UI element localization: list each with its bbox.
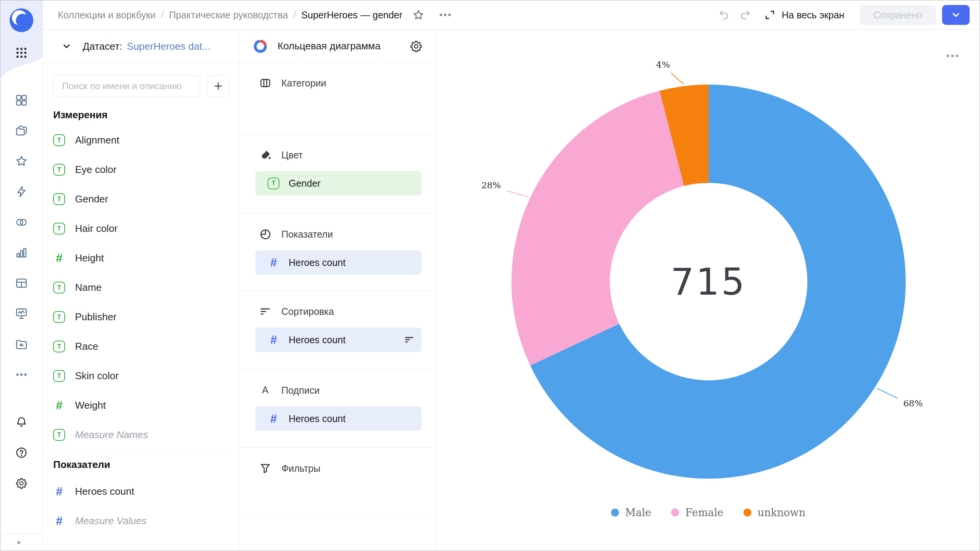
measure-field-chip[interactable]: # Heroes count xyxy=(255,250,421,275)
sort-direction-icon[interactable] xyxy=(404,334,415,345)
quick-actions-icon[interactable] xyxy=(13,183,30,200)
legend-item-female[interactable]: Female xyxy=(671,507,724,518)
field-row-name[interactable]: TName xyxy=(53,273,229,302)
donut-label-leader-line xyxy=(671,73,684,84)
app-window: Коллекции и воркбуки / Практические руко… xyxy=(0,0,980,551)
text-field-type-icon: T xyxy=(53,134,65,146)
help-icon xyxy=(15,446,28,459)
dashboards-icon[interactable] xyxy=(13,305,30,322)
number-field-type-icon: # xyxy=(268,413,279,425)
undo-icon[interactable] xyxy=(718,9,730,21)
breadcrumb-guides[interactable]: Практические руководства xyxy=(169,10,288,21)
field-label: Race xyxy=(75,341,98,352)
more-menu-icon[interactable] xyxy=(438,8,452,22)
legend-dot-female xyxy=(671,509,679,517)
legend-dot-unknown xyxy=(743,509,751,517)
text-field-type-icon: T xyxy=(53,282,65,293)
field-row-heroes-count[interactable]: #Heroes count xyxy=(53,477,229,506)
number-field-type-icon: # xyxy=(53,399,65,411)
chart-legend: MaleFemaleunknown xyxy=(437,502,980,523)
favorites-icon[interactable] xyxy=(13,153,30,170)
field-row-hair-color[interactable]: THair color xyxy=(53,214,229,243)
datasets-icon[interactable] xyxy=(13,275,30,292)
fullscreen-icon[interactable] xyxy=(764,9,776,21)
favorite-star-icon[interactable] xyxy=(412,9,425,21)
legend-label: Female xyxy=(685,507,724,518)
donut-chart: 68%28%4% 715 xyxy=(437,30,980,497)
text-field-type-icon: T xyxy=(53,429,65,441)
connections-icon[interactable] xyxy=(13,214,30,231)
storage-icon[interactable] xyxy=(13,336,30,352)
breadcrumb-collections[interactable]: Коллекции и воркбуки xyxy=(58,10,156,21)
fullscreen-label[interactable]: На весь экран xyxy=(782,10,844,21)
field-row-eye-color[interactable]: TEye color xyxy=(53,155,229,184)
redo-icon[interactable] xyxy=(739,9,751,21)
datalens-logo-icon[interactable] xyxy=(9,8,34,33)
chevron-down-icon xyxy=(950,9,962,21)
favorites-icon xyxy=(15,155,28,168)
breadcrumb-separator: / xyxy=(161,10,164,21)
color-field-chip[interactable]: T Gender xyxy=(255,171,421,196)
field-row-gender[interactable]: TGender xyxy=(53,184,229,214)
dashboards-icon xyxy=(15,307,28,320)
field-row-measure-names[interactable]: TMeasure Names xyxy=(53,420,229,450)
sort-icon xyxy=(259,305,271,318)
field-row-publisher[interactable]: TPublisher xyxy=(53,302,229,332)
apps-grid-icon[interactable] xyxy=(13,44,30,61)
field-search-input[interactable] xyxy=(53,75,200,97)
more-icon[interactable] xyxy=(13,366,30,383)
fields-list: Измерения TAlignmentTEye colorTGenderTHa… xyxy=(43,97,239,536)
dimensions-section-title: Измерения xyxy=(53,104,229,126)
field-row-height[interactable]: #Height xyxy=(53,243,229,273)
section-sort: Сортировка # Heroes count xyxy=(240,291,436,370)
saved-button[interactable]: Сохранено xyxy=(860,5,936,25)
labels-field-chip[interactable]: # Heroes count xyxy=(255,406,421,431)
chart-type-label[interactable]: Кольцевая диаграмма xyxy=(278,40,381,52)
measure-field-label: Heroes count xyxy=(289,257,346,268)
sort-field-label: Heroes count xyxy=(289,334,346,346)
field-label: Eye color xyxy=(75,164,116,176)
field-row-skin-color[interactable]: TSkin color xyxy=(53,361,229,391)
text-field-type-icon: T xyxy=(53,223,65,235)
donut-chart-type-icon[interactable] xyxy=(253,39,268,54)
settings-icon[interactable] xyxy=(13,475,30,492)
settings-icon xyxy=(15,477,28,490)
notifications-icon[interactable] xyxy=(13,414,30,430)
text-field-type-icon: T xyxy=(53,370,65,382)
dataset-header: Датасет: SuperHeroes dat... xyxy=(43,30,239,63)
play-icon xyxy=(15,538,23,547)
legend-item-unknown[interactable]: unknown xyxy=(743,507,805,518)
workbooks-icon[interactable] xyxy=(13,122,30,139)
sort-field-chip[interactable]: # Heroes count xyxy=(255,328,421,352)
labels-field-label: Heroes count xyxy=(289,413,346,424)
field-label: Publisher xyxy=(75,311,116,323)
save-dropdown-button[interactable] xyxy=(942,5,970,25)
legend-item-male[interactable]: Male xyxy=(611,507,651,518)
categories-icon xyxy=(259,77,271,89)
measures-section-label: Показатели xyxy=(281,229,333,240)
sidebar-expand-button[interactable] xyxy=(0,534,42,551)
field-row-measure-values[interactable]: #Measure Values xyxy=(53,506,229,536)
field-row-weight[interactable]: #Weight xyxy=(53,391,229,420)
visualization-header: Кольцевая диаграмма xyxy=(240,30,436,62)
dataset-collapse-icon[interactable] xyxy=(61,41,72,52)
measures-pie-icon xyxy=(259,228,271,240)
help-icon[interactable] xyxy=(13,444,30,461)
chart-settings-gear-icon[interactable] xyxy=(409,39,423,53)
charts-icon[interactable] xyxy=(13,244,30,261)
donut-slice-female[interactable] xyxy=(511,91,684,365)
donut-label-leader-line xyxy=(877,388,898,398)
field-row-race[interactable]: TRace xyxy=(53,332,229,361)
add-field-button[interactable] xyxy=(207,75,229,97)
legend-label: Male xyxy=(625,507,651,518)
field-row-alignment[interactable]: TAlignment xyxy=(53,126,229,155)
field-label: Height xyxy=(75,252,104,264)
dataset-name-link[interactable]: SuperHeroes dat... xyxy=(127,41,210,52)
collections-icon[interactable] xyxy=(13,92,30,109)
text-field-type-icon: T xyxy=(53,193,65,205)
donut-center-total: 715 xyxy=(671,261,746,303)
text-field-type-icon: T xyxy=(53,164,65,176)
section-categories[interactable]: Категории xyxy=(240,62,436,134)
field-label: Measure Values xyxy=(75,515,147,527)
section-filters[interactable]: Фильтры xyxy=(240,448,436,518)
